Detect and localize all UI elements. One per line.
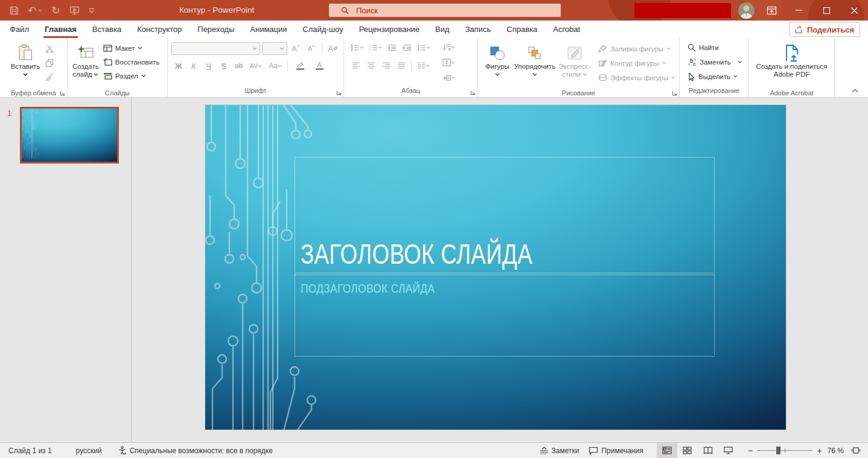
tab-slideshow[interactable]: Слайд-шоу	[295, 21, 351, 38]
shape-outline-button[interactable]: Контур фигуры	[596, 56, 677, 70]
search-input[interactable]: Поиск	[329, 4, 561, 17]
arrange-button[interactable]: Упорядочить	[514, 40, 555, 89]
shape-fill-button[interactable]: Заливка фигуры	[596, 42, 677, 56]
clipboard-dialog-launcher[interactable]	[60, 91, 65, 96]
zoom-slider[interactable]	[757, 443, 812, 458]
zoom-out-button[interactable]: −	[746, 445, 755, 456]
text-shadow-button[interactable]: S	[217, 60, 231, 72]
align-right-button[interactable]	[379, 59, 393, 72]
replace-icon: bc	[688, 58, 697, 66]
tab-insert[interactable]: Вставка	[85, 21, 129, 38]
replace-button[interactable]: bc Заменить	[686, 55, 746, 69]
shapes-button[interactable]: Фигуры	[482, 40, 513, 89]
comments-toggle[interactable]: Примечания	[584, 443, 648, 458]
strikethrough-button[interactable]: ab	[232, 60, 246, 72]
minimize-button[interactable]	[785, 0, 812, 21]
tab-help[interactable]: Справка	[499, 21, 545, 38]
title-placeholder[interactable]: ЗАГОЛОВОК СЛАЙДА	[295, 157, 715, 273]
numbering-button[interactable]	[367, 41, 384, 54]
fit-to-window-button[interactable]	[847, 443, 864, 458]
slideshow-view-button[interactable]	[718, 443, 739, 458]
avatar[interactable]	[738, 2, 755, 19]
collapse-ribbon-button[interactable]	[852, 89, 858, 93]
share-button[interactable]: Поделиться	[789, 22, 860, 37]
slide-sorter-view-button[interactable]	[677, 443, 698, 458]
tab-record[interactable]: Запись	[458, 21, 499, 38]
ribbon-display-options-icon[interactable]	[758, 0, 785, 21]
shape-effects-button[interactable]: Эффекты фигуры	[596, 71, 677, 84]
quick-styles-button[interactable]: Экспресс- стили	[557, 40, 593, 89]
accessibility-status[interactable]: Специальные возможности: все в порядке	[113, 443, 278, 458]
find-button[interactable]: Найти	[686, 40, 746, 54]
subtitle-placeholder[interactable]: ПОДЗАГОЛОВОК СЛАЙДА	[295, 275, 715, 357]
customize-qat-icon[interactable]	[89, 8, 95, 13]
paragraph-dialog-launcher[interactable]	[470, 90, 476, 95]
highlight-color-button[interactable]	[291, 60, 309, 72]
tab-acrobat[interactable]: Acrobat	[545, 21, 588, 38]
drawing-dialog-launcher[interactable]	[672, 91, 677, 96]
start-slideshow-icon[interactable]	[69, 6, 80, 15]
bullets-button[interactable]	[349, 41, 366, 54]
tab-animations[interactable]: Анимация	[242, 21, 295, 38]
character-spacing-button[interactable]: AV	[247, 60, 265, 72]
tab-review[interactable]: Рецензирование	[351, 21, 427, 38]
align-left-button[interactable]	[349, 59, 363, 72]
redo-icon[interactable]: ↻	[51, 5, 60, 16]
slideshow-icon	[724, 447, 733, 454]
zoom-slider-thumb[interactable]	[776, 447, 780, 454]
increase-font-button[interactable]: A˄	[289, 42, 303, 55]
align-center-button[interactable]	[364, 59, 378, 72]
copy-button[interactable]	[42, 56, 56, 69]
paste-button[interactable]: Вставить	[11, 40, 40, 89]
layout-button[interactable]: Макет	[101, 41, 162, 55]
clear-formatting-button[interactable]: A	[326, 42, 340, 55]
decrease-indent-button[interactable]	[385, 41, 399, 54]
tab-home[interactable]: Главная	[37, 21, 85, 38]
shape-effects-icon	[598, 74, 607, 81]
convert-smartart-button[interactable]	[439, 71, 458, 84]
decrease-font-button[interactable]: A˅	[304, 42, 318, 55]
zoom-in-button[interactable]: +	[815, 446, 823, 456]
font-dialog-launcher[interactable]	[336, 90, 342, 95]
slide-thumbnail[interactable]	[20, 107, 119, 164]
reset-button[interactable]: Восстановить	[101, 55, 162, 69]
tab-file[interactable]: Файл	[2, 21, 37, 38]
tab-design[interactable]: Конструктор	[129, 21, 190, 38]
powerpoint-window: ↶ ↻ Контур - PowerPoint Поиск	[0, 0, 868, 458]
slide-counter[interactable]: Слайд 1 из 1	[8, 443, 57, 458]
undo-button[interactable]: ↶	[28, 5, 42, 16]
font-name-combo[interactable]	[171, 42, 260, 55]
section-button[interactable]: Раздел	[101, 69, 162, 83]
new-slide-button[interactable]: Создать слайд	[72, 40, 99, 89]
save-icon[interactable]	[10, 6, 19, 15]
status-bar: Слайд 1 из 1 русский Специальные возможн…	[0, 442, 868, 458]
group-drawing: Фигуры Упорядочить Экспресс- стили	[478, 38, 680, 97]
font-size-combo[interactable]	[262, 42, 287, 55]
italic-button[interactable]: К	[187, 60, 200, 72]
slide-canvas[interactable]: ЗАГОЛОВОК СЛАЙДА ПОДЗАГОЛОВОК СЛАЙДА	[205, 105, 786, 430]
increase-indent-button[interactable]	[400, 41, 414, 54]
maximize-button[interactable]	[812, 0, 840, 21]
close-button[interactable]	[840, 0, 868, 21]
select-button[interactable]: Выделить	[686, 69, 746, 83]
change-case-button[interactable]: Aa	[266, 60, 284, 72]
reading-view-button[interactable]	[698, 443, 718, 458]
select-icon	[688, 72, 695, 81]
align-text-button[interactable]	[439, 56, 458, 69]
bold-button[interactable]: Ж	[171, 60, 185, 72]
zoom-level[interactable]: 76 %	[824, 443, 847, 458]
tab-transitions[interactable]: Переходы	[190, 21, 242, 38]
tab-view[interactable]: Вид	[427, 21, 458, 38]
language-indicator[interactable]: русский	[71, 443, 107, 458]
normal-view-button[interactable]	[657, 443, 677, 458]
columns-button[interactable]	[415, 59, 432, 72]
justify-button[interactable]	[394, 59, 408, 72]
font-color-button[interactable]: A	[310, 60, 328, 72]
create-pdf-button[interactable]: Создать и поделиться Adobe PDF	[752, 40, 832, 89]
notes-toggle[interactable]: Заметки	[535, 443, 584, 458]
format-painter-button[interactable]	[42, 70, 56, 83]
line-spacing-button[interactable]	[415, 41, 432, 54]
underline-button[interactable]: Ч	[202, 60, 215, 72]
text-direction-button[interactable]	[439, 41, 458, 54]
cut-button[interactable]	[42, 42, 56, 55]
